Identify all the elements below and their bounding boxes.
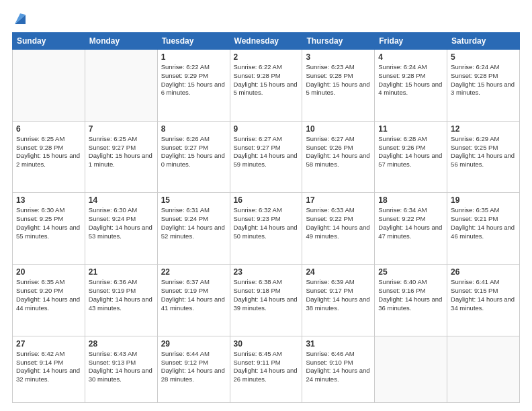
calendar-cell: 11Sunrise: 6:28 AM Sunset: 9:26 PM Dayli… — [375, 121, 447, 193]
calendar-cell: 2Sunrise: 6:22 AM Sunset: 9:28 PM Daylig… — [230, 50, 302, 122]
day-number: 17 — [306, 195, 371, 205]
cell-info: Sunrise: 6:46 AM Sunset: 9:10 PM Dayligh… — [306, 350, 371, 384]
day-number: 14 — [89, 195, 154, 205]
cell-info: Sunrise: 6:36 AM Sunset: 9:19 PM Dayligh… — [89, 278, 154, 312]
calendar-cell: 13Sunrise: 6:30 AM Sunset: 9:25 PM Dayli… — [13, 193, 85, 265]
cell-info: Sunrise: 6:24 AM Sunset: 9:28 PM Dayligh… — [451, 63, 516, 97]
weekday-header-friday: Friday — [375, 33, 447, 50]
calendar-cell: 23Sunrise: 6:38 AM Sunset: 9:18 PM Dayli… — [230, 265, 302, 336]
cell-info: Sunrise: 6:23 AM Sunset: 9:28 PM Dayligh… — [306, 63, 371, 97]
calendar-cell — [85, 50, 157, 122]
calendar-cell: 1Sunrise: 6:22 AM Sunset: 9:29 PM Daylig… — [157, 50, 230, 122]
calendar-cell: 26Sunrise: 6:41 AM Sunset: 9:15 PM Dayli… — [447, 265, 520, 336]
day-number: 15 — [161, 195, 226, 205]
calendar-cell: 12Sunrise: 6:29 AM Sunset: 9:25 PM Dayli… — [447, 121, 520, 193]
day-number: 26 — [451, 267, 516, 277]
cell-info: Sunrise: 6:22 AM Sunset: 9:29 PM Dayligh… — [161, 63, 226, 97]
day-number: 21 — [89, 267, 154, 277]
weekday-header-tuesday: Tuesday — [157, 33, 230, 50]
calendar-cell — [375, 336, 447, 402]
logo-icon — [13, 11, 26, 26]
cell-info: Sunrise: 6:26 AM Sunset: 9:27 PM Dayligh… — [161, 135, 226, 169]
calendar-cell: 8Sunrise: 6:26 AM Sunset: 9:27 PM Daylig… — [157, 121, 230, 193]
calendar-cell: 3Sunrise: 6:23 AM Sunset: 9:28 PM Daylig… — [302, 50, 375, 122]
cell-info: Sunrise: 6:42 AM Sunset: 9:14 PM Dayligh… — [16, 350, 81, 384]
cell-info: Sunrise: 6:27 AM Sunset: 9:27 PM Dayligh… — [234, 135, 299, 169]
day-number: 25 — [378, 267, 443, 277]
calendar-cell: 21Sunrise: 6:36 AM Sunset: 9:19 PM Dayli… — [85, 265, 157, 336]
cell-info: Sunrise: 6:31 AM Sunset: 9:24 PM Dayligh… — [161, 206, 226, 240]
calendar-cell: 6Sunrise: 6:25 AM Sunset: 9:28 PM Daylig… — [13, 121, 85, 193]
day-number: 18 — [378, 195, 443, 205]
logo — [12, 12, 26, 26]
day-number: 6 — [16, 124, 81, 134]
calendar-cell: 20Sunrise: 6:35 AM Sunset: 9:20 PM Dayli… — [13, 265, 85, 336]
day-number: 3 — [306, 52, 371, 62]
cell-info: Sunrise: 6:32 AM Sunset: 9:23 PM Dayligh… — [234, 206, 299, 240]
day-number: 29 — [161, 339, 226, 349]
day-number: 8 — [161, 124, 226, 134]
day-number: 1 — [161, 52, 226, 62]
day-number: 16 — [234, 195, 299, 205]
weekday-header-sunday: Sunday — [13, 33, 85, 50]
calendar-cell: 31Sunrise: 6:46 AM Sunset: 9:10 PM Dayli… — [302, 336, 375, 402]
cell-info: Sunrise: 6:38 AM Sunset: 9:18 PM Dayligh… — [234, 278, 299, 312]
day-number: 4 — [378, 52, 443, 62]
cell-info: Sunrise: 6:37 AM Sunset: 9:19 PM Dayligh… — [161, 278, 226, 312]
day-number: 12 — [451, 124, 516, 134]
day-number: 31 — [306, 339, 371, 349]
header — [12, 12, 520, 26]
cell-info: Sunrise: 6:45 AM Sunset: 9:11 PM Dayligh… — [234, 350, 299, 384]
calendar-cell: 16Sunrise: 6:32 AM Sunset: 9:23 PM Dayli… — [230, 193, 302, 265]
calendar-cell: 30Sunrise: 6:45 AM Sunset: 9:11 PM Dayli… — [230, 336, 302, 402]
weekday-header-saturday: Saturday — [447, 33, 520, 50]
cell-info: Sunrise: 6:40 AM Sunset: 9:16 PM Dayligh… — [378, 278, 443, 312]
day-number: 5 — [451, 52, 516, 62]
day-number: 19 — [451, 195, 516, 205]
calendar-cell: 29Sunrise: 6:44 AM Sunset: 9:12 PM Dayli… — [157, 336, 230, 402]
calendar-cell: 24Sunrise: 6:39 AM Sunset: 9:17 PM Dayli… — [302, 265, 375, 336]
cell-info: Sunrise: 6:33 AM Sunset: 9:22 PM Dayligh… — [306, 206, 371, 240]
calendar-cell: 17Sunrise: 6:33 AM Sunset: 9:22 PM Dayli… — [302, 193, 375, 265]
calendar-cell: 7Sunrise: 6:25 AM Sunset: 9:27 PM Daylig… — [85, 121, 157, 193]
day-number: 11 — [378, 124, 443, 134]
cell-info: Sunrise: 6:30 AM Sunset: 9:24 PM Dayligh… — [89, 206, 154, 240]
calendar-cell: 4Sunrise: 6:24 AM Sunset: 9:28 PM Daylig… — [375, 50, 447, 122]
cell-info: Sunrise: 6:35 AM Sunset: 9:21 PM Dayligh… — [451, 206, 516, 240]
calendar-cell: 18Sunrise: 6:34 AM Sunset: 9:22 PM Dayli… — [375, 193, 447, 265]
calendar-cell: 14Sunrise: 6:30 AM Sunset: 9:24 PM Dayli… — [85, 193, 157, 265]
cell-info: Sunrise: 6:44 AM Sunset: 9:12 PM Dayligh… — [161, 350, 226, 384]
day-number: 27 — [16, 339, 81, 349]
calendar-cell: 27Sunrise: 6:42 AM Sunset: 9:14 PM Dayli… — [13, 336, 85, 402]
calendar-cell: 28Sunrise: 6:43 AM Sunset: 9:13 PM Dayli… — [85, 336, 157, 402]
calendar-cell: 25Sunrise: 6:40 AM Sunset: 9:16 PM Dayli… — [375, 265, 447, 336]
calendar-table: SundayMondayTuesdayWednesdayThursdayFrid… — [12, 32, 520, 403]
cell-info: Sunrise: 6:43 AM Sunset: 9:13 PM Dayligh… — [89, 350, 154, 384]
day-number: 2 — [234, 52, 299, 62]
cell-info: Sunrise: 6:25 AM Sunset: 9:27 PM Dayligh… — [89, 135, 154, 169]
day-number: 13 — [16, 195, 81, 205]
day-number: 20 — [16, 267, 81, 277]
cell-info: Sunrise: 6:27 AM Sunset: 9:26 PM Dayligh… — [306, 135, 371, 169]
day-number: 10 — [306, 124, 371, 134]
cell-info: Sunrise: 6:30 AM Sunset: 9:25 PM Dayligh… — [16, 206, 81, 240]
page: SundayMondayTuesdayWednesdayThursdayFrid… — [0, 0, 532, 411]
cell-info: Sunrise: 6:24 AM Sunset: 9:28 PM Dayligh… — [378, 63, 443, 97]
day-number: 22 — [161, 267, 226, 277]
cell-info: Sunrise: 6:28 AM Sunset: 9:26 PM Dayligh… — [378, 135, 443, 169]
calendar-cell: 15Sunrise: 6:31 AM Sunset: 9:24 PM Dayli… — [157, 193, 230, 265]
weekday-header-thursday: Thursday — [302, 33, 375, 50]
calendar-cell: 22Sunrise: 6:37 AM Sunset: 9:19 PM Dayli… — [157, 265, 230, 336]
cell-info: Sunrise: 6:29 AM Sunset: 9:25 PM Dayligh… — [451, 135, 516, 169]
calendar-cell: 19Sunrise: 6:35 AM Sunset: 9:21 PM Dayli… — [447, 193, 520, 265]
day-number: 23 — [234, 267, 299, 277]
calendar-cell: 5Sunrise: 6:24 AM Sunset: 9:28 PM Daylig… — [447, 50, 520, 122]
weekday-header-wednesday: Wednesday — [230, 33, 302, 50]
day-number: 9 — [234, 124, 299, 134]
calendar-cell — [13, 50, 85, 122]
cell-info: Sunrise: 6:35 AM Sunset: 9:20 PM Dayligh… — [16, 278, 81, 312]
day-number: 7 — [89, 124, 154, 134]
calendar-cell: 10Sunrise: 6:27 AM Sunset: 9:26 PM Dayli… — [302, 121, 375, 193]
cell-info: Sunrise: 6:25 AM Sunset: 9:28 PM Dayligh… — [16, 135, 81, 169]
calendar-cell: 9Sunrise: 6:27 AM Sunset: 9:27 PM Daylig… — [230, 121, 302, 193]
